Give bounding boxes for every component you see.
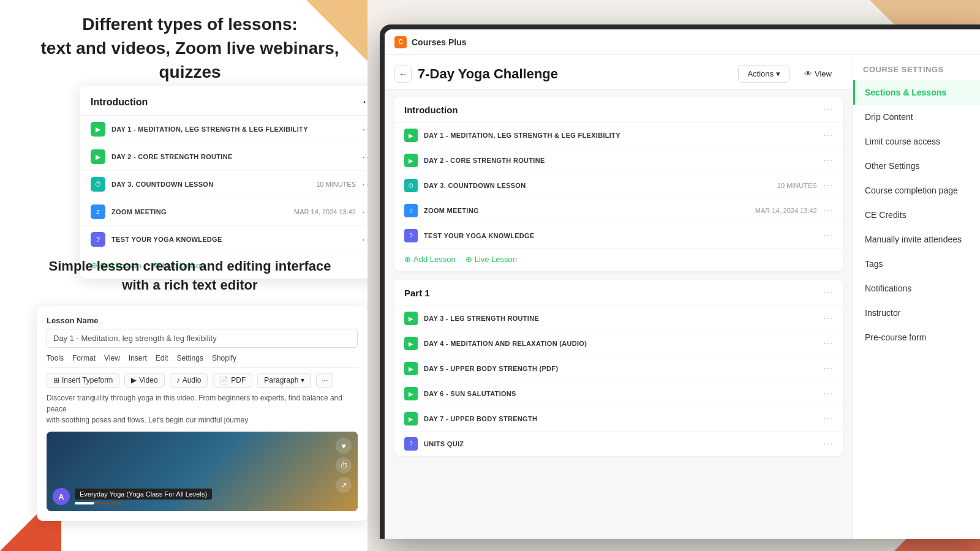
add-lesson-intro[interactable]: ⊕ Add Lesson [404,255,456,264]
course-header: ← 7-Day Yoga Challenge Actions ▾ 👁 View [385,55,853,89]
s-dots-i4[interactable]: ··· [823,205,833,216]
editor-toolbar: Tools Format View Insert Edit Settings S… [47,354,358,368]
video-thumbnail: ♥ ⏱ ↗ A Everyday Yoga (Yoga Class For Al… [47,432,358,511]
settings-item-10[interactable]: Pre-course form [853,325,980,350]
s-title-p6: UNITS QUIZ [424,440,817,448]
paragraph-select[interactable]: Paragraph ▾ [257,373,311,388]
settings-item-9[interactable]: Instructor [853,301,980,325]
s-icon-p2: ▶ [404,337,418,350]
settings-item-3[interactable]: Other Settings [853,154,980,178]
section-add-intro: ⊕ Add Lesson ⊕ Live Lesson [394,249,843,271]
section-lesson-i3: ⏱ DAY 3. COUNTDOWN LESSON 10 MINUTES ··· [394,173,843,198]
pdf-btn[interactable]: 📄 PDF [213,373,252,388]
heart-btn[interactable]: ♥ [336,438,352,454]
video-label-box: Everyday Yoga (Yoga Class For All Levels… [75,489,212,504]
settings-item-8[interactable]: Notifications [853,276,980,301]
more-options-btn[interactable]: ··· [316,373,333,388]
s-title-p1: DAY 3 - LEG STRENGTH ROUTINE [424,315,817,322]
view-button[interactable]: 👁 View [796,66,840,82]
toolbar-view[interactable]: View [104,354,120,362]
back-button[interactable]: ← [394,66,412,83]
app-name: Courses Plus [412,37,466,47]
s-dots-i5[interactable]: ··· [823,230,833,241]
lesson-row-4: Z ZOOM MEETING MAR 14, 2024 13:42 ··· [80,198,380,226]
lesson-name-input[interactable] [47,329,358,348]
s-icon-i1: ▶ [404,129,418,142]
bottom-text: Simple lesson creation and editing inter… [31,257,349,295]
s-icon-p5: ▶ [404,412,418,425]
s-dots-p6[interactable]: ··· [823,438,833,449]
section-header-part1: Part 1 ··· [394,280,843,306]
settings-item-7[interactable]: Tags [853,252,980,276]
settings-title: Course settings [853,55,980,80]
s-icon-i2: ▶ [404,154,418,167]
share-btn[interactable]: ↗ [336,477,352,493]
section-lesson-i2: ▶ DAY 2 - CORE STRENGTH ROUTINE ··· [394,148,843,173]
lesson-title-5: TEST YOUR YOGA KNOWLEDGE [111,236,356,243]
s-dots-i3[interactable]: ··· [823,180,833,191]
lesson-icon-4: Z [91,204,105,219]
toolbar-tools[interactable]: Tools [47,354,64,362]
s-dots-p2[interactable]: ··· [823,338,833,349]
clock-btn[interactable]: ⏱ [336,457,352,473]
s-title-i5: TEST YOUR YOGA KNOWLEDGE [424,232,817,239]
editor-content: Discover tranquility through yoga in thi… [47,392,358,425]
video-progress-bar [75,502,94,504]
section-lesson-p3: ▶ DAY 5 - UPPER BODY STRENGTH (PDF) ··· [394,356,843,381]
live-lesson-intro[interactable]: ⊕ Live Lesson [466,255,517,264]
toolbar-settings[interactable]: Settings [177,354,203,362]
section-lesson-p1: ▶ DAY 3 - LEG STRENGTH ROUTINE ··· [394,306,843,331]
settings-item-2[interactable]: Limit course access [853,129,980,154]
s-dots-p1[interactable]: ··· [823,313,833,324]
s-dots-p3[interactable]: ··· [823,363,833,374]
lesson-row-2: ▶ DAY 2 - CORE STRENGTH ROUTINE ··· [80,143,380,171]
section-block-part1: Part 1 ··· ▶ DAY 3 - LEG STRENGTH ROUTIN… [394,280,843,456]
s-title-p2: DAY 4 - MEDITATION AND RELAXATION (AUDIO… [424,340,817,347]
section-name-intro: Introduction [404,105,818,115]
video-avatar: A [53,488,70,505]
section-menu-intro[interactable]: ··· [823,104,833,115]
lesson-icon-1: ▶ [91,122,105,137]
course-title: 7-Day Yoga Challenge [418,66,732,82]
toolbar-edit[interactable]: Edit [156,354,168,362]
section-menu-part1[interactable]: ··· [823,287,833,298]
video-btn[interactable]: ▶ Video [124,373,164,388]
section-lesson-i5: ? TEST YOUR YOGA KNOWLEDGE ··· [394,223,843,249]
laptop-screen: C Courses Plus ← 7-Day Yoga Challenge Ac… [385,29,980,539]
lesson-meta-3: 10 MINUTES [316,181,356,188]
s-title-p3: DAY 5 - UPPER BODY STRENGTH (PDF) [424,365,817,372]
s-icon-p1: ▶ [404,312,418,325]
settings-item-0[interactable]: Sections & Lessons [853,80,980,105]
actions-button[interactable]: Actions ▾ [738,65,790,83]
lesson-title-1: DAY 1 - MEDITATION, LEG STRENGTH & LEG F… [111,126,356,133]
editor-hero-title: Simple lesson creation and editing inter… [31,257,349,295]
settings-item-5[interactable]: CE Credits [853,203,980,227]
s-dots-i1[interactable]: ··· [823,130,833,141]
s-icon-p6: ? [404,437,418,451]
hero-text-top: Different types of lessons: text and vid… [31,12,349,84]
s-title-i1: DAY 1 - MEDITATION, LEG STRENGTH & LEG F… [424,132,817,139]
settings-item-6[interactable]: Manually invite attendees [853,227,980,252]
section-lesson-i4: Z ZOOM MEETING MAR 14, 2024 13:42 ··· [394,198,843,223]
s-dots-p4[interactable]: ··· [823,388,833,399]
settings-item-4[interactable]: Course completion page [853,178,980,203]
app-header: C Courses Plus [385,29,980,55]
toolbar-shopify[interactable]: Shopify [212,354,236,362]
section-lesson-p5: ▶ DAY 7 - UPPER BODY STRENGTH ··· [394,407,843,432]
s-title-p4: DAY 6 - SUN SALUTATIONS [424,390,817,397]
s-dots-p5[interactable]: ··· [823,413,833,424]
audio-btn[interactable]: ♪ Audio [170,373,208,388]
hero-title: Different types of lessons: text and vid… [31,12,349,84]
video-controls: ♥ ⏱ ↗ [336,438,352,493]
section-lesson-i1: ▶ DAY 1 - MEDITATION, LEG STRENGTH & LEG… [394,123,843,148]
toolbar-insert[interactable]: Insert [129,354,147,362]
course-area: ← 7-Day Yoga Challenge Actions ▾ 👁 View [385,55,980,539]
s-icon-p3: ▶ [404,362,418,375]
toolbar-format[interactable]: Format [72,354,96,362]
s-meta-i3: 10 MINUTES [777,182,817,189]
settings-item-1[interactable]: Drip Content [853,105,980,129]
insert-typeform-btn[interactable]: ⊞ Insert Typeform [47,373,119,388]
lesson-row-3: ⏱ DAY 3. COUNTDOWN LESSON 10 MINUTES ··· [80,171,380,198]
app-logo: C [394,36,407,48]
s-dots-i2[interactable]: ··· [823,155,833,166]
